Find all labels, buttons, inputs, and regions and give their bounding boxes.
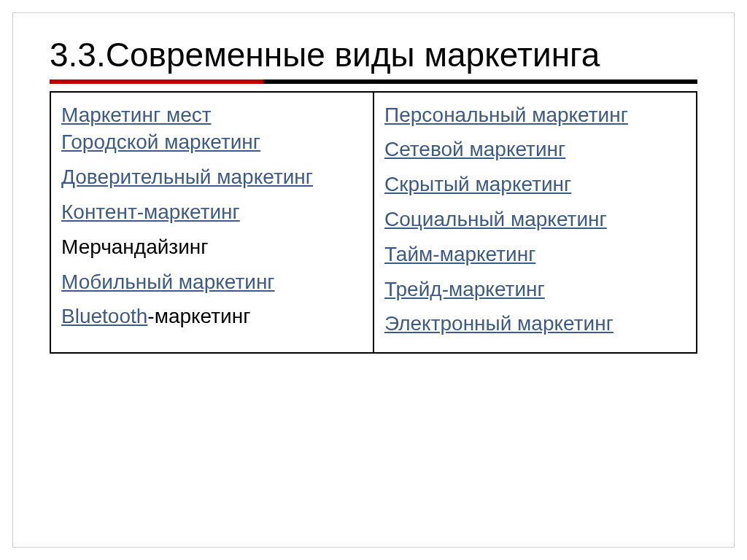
right-item: Сетевой маркетинг xyxy=(384,136,686,163)
right-cell: Персональный маркетингСетевой маркетингС… xyxy=(374,92,697,354)
text-link[interactable]: Трейд-маркетинг xyxy=(384,278,545,300)
text-link[interactable]: Маркетинг мест xyxy=(61,104,212,126)
title-rule xyxy=(50,79,697,84)
text-link[interactable]: Электронный маркетинг xyxy=(384,312,614,335)
left-item: Мерчандайзинг xyxy=(61,233,363,261)
left-item: Маркетинг мест xyxy=(61,101,363,129)
text-link[interactable]: Скрытый маркетинг xyxy=(384,173,571,195)
right-item: Тайм-маркетинг xyxy=(384,241,686,268)
text-link[interactable]: Персональный маркетинг xyxy=(384,104,628,126)
text-link[interactable]: Доверительный маркетинг xyxy=(61,166,313,188)
text-plain: Мерчандайзинг xyxy=(61,236,209,258)
left-item: Контент-маркетинг xyxy=(61,198,363,226)
right-item: Социальный маркетинг xyxy=(384,206,686,233)
left-item: Доверительный маркетинг xyxy=(61,163,363,191)
text-link[interactable]: Bluetooth xyxy=(61,305,147,327)
right-item: Трейд-маркетинг xyxy=(384,276,686,303)
slide-content: 3.3.Современные виды маркетинга Маркетин… xyxy=(13,13,734,354)
text-plain: -маркетинг xyxy=(147,305,250,327)
text-link[interactable]: Сетевой маркетинг xyxy=(384,138,565,160)
right-item: Электронный маркетинг xyxy=(384,310,686,338)
text-link[interactable]: Мобильный маркетинг xyxy=(61,271,275,293)
text-link[interactable]: Тайм-маркетинг xyxy=(384,243,535,265)
slide-title: 3.3.Современные виды маркетинга xyxy=(50,36,697,74)
slide: 3.3.Современные виды маркетинга Маркетин… xyxy=(13,13,734,547)
left-cell: Маркетинг местГородской маркетингДоверит… xyxy=(50,92,374,354)
text-link[interactable]: Контент-маркетинг xyxy=(61,201,240,223)
text-link[interactable]: Социальный маркетинг xyxy=(384,208,607,230)
right-item: Скрытый маркетинг xyxy=(384,171,686,198)
left-item: Мобильный маркетинг xyxy=(61,268,363,296)
left-item: Bluetooth-маркетинг xyxy=(61,303,363,330)
left-item: Городской маркетинг xyxy=(61,128,363,156)
content-table: Маркетинг местГородской маркетингДоверит… xyxy=(50,91,697,354)
right-item: Персональный маркетинг xyxy=(384,101,686,129)
text-link[interactable]: Городской маркетинг xyxy=(61,131,260,153)
